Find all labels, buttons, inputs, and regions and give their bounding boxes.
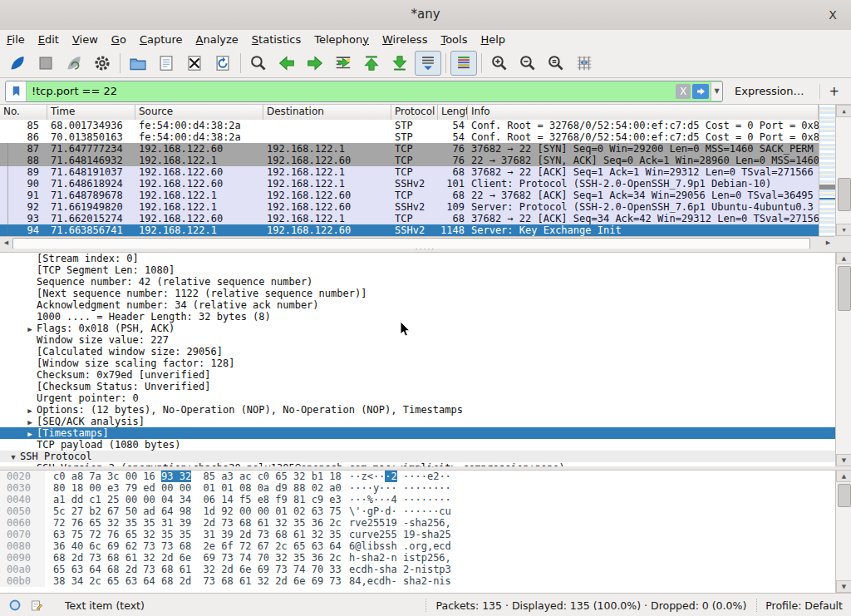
detail-row[interactable]: Checksum: 0x79ed [unverified] [0, 369, 835, 381]
filter-clear-icon[interactable]: X [676, 84, 691, 99]
scroll-up-icon[interactable]: ▲ [836, 470, 851, 482]
hex-row[interactable]: 009068 2d 73 68 61 32 2d 6e 69 73 74 70 … [0, 552, 851, 564]
column-header-dst[interactable]: Destination [263, 105, 391, 120]
last-packet-icon[interactable] [386, 51, 413, 76]
hex-row[interactable]: 006072 76 65 32 35 35 31 39 2d 73 68 61 … [0, 517, 851, 529]
hex-row[interactable]: 00a065 63 64 68 2d 73 68 61 32 2d 6e 69 … [0, 564, 851, 575]
column-header-no[interactable]: No. [0, 105, 47, 120]
save-file-icon[interactable] [153, 51, 180, 76]
zoom-out-icon[interactable] [514, 51, 541, 76]
scroll-down-icon[interactable]: ▼ [836, 454, 851, 466]
hex-row[interactable]: 008036 40 6c 69 62 73 73 68 2e 6f 72 67 … [0, 540, 851, 552]
menu-tools[interactable]: Tools [434, 32, 474, 47]
capture-comment-icon[interactable] [30, 599, 43, 612]
menu-help[interactable]: Help [474, 32, 512, 47]
detail-row[interactable]: 1000 .... = Header Length: 32 bytes (8) [0, 311, 835, 323]
go-to-packet-icon[interactable] [330, 51, 357, 76]
packet-row[interactable]: 9271.661949820192.168.122.1192.168.122.6… [0, 201, 819, 213]
start-capture-icon[interactable] [4, 51, 31, 76]
display-filter-input[interactable] [27, 82, 676, 101]
close-icon[interactable]: X [824, 7, 841, 23]
find-packet-icon[interactable] [245, 51, 272, 76]
packet-row[interactable]: 8871.648146932192.168.122.1192.168.122.6… [0, 155, 819, 166]
menu-capture[interactable]: Capture [133, 32, 189, 47]
menu-statistics[interactable]: Statistics [245, 32, 307, 47]
reload-file-icon[interactable] [209, 51, 236, 76]
tree-collapsed-icon[interactable]: ▶ [23, 405, 37, 416]
detail-row[interactable]: Urgent pointer: 0 [0, 392, 835, 404]
packet-row[interactable]: 9071.648618924192.168.122.60192.168.122.… [0, 178, 819, 190]
resize-columns-icon[interactable] [571, 51, 598, 76]
packet-list-scrollbar[interactable]: ▲ ▼ [835, 105, 851, 236]
detail-row[interactable]: TCP payload (1080 bytes) [0, 439, 835, 451]
packet-row[interactable]: 9171.648789678192.168.122.1192.168.122.6… [0, 190, 819, 201]
hex-row[interactable]: 003080 18 00 e3 79 ed 00 00 01 01 08 0a … [0, 482, 851, 494]
menu-view[interactable]: View [66, 32, 105, 47]
packet-row[interactable]: 8771.647777234192.168.122.60192.168.122.… [0, 143, 819, 155]
next-packet-icon[interactable] [302, 51, 328, 76]
detail-row[interactable]: [Stream index: 0] [0, 253, 835, 264]
stop-capture-icon[interactable] [32, 51, 59, 76]
detail-row[interactable]: ▶Options: (12 bytes), No-Operation (NOP)… [0, 404, 835, 416]
filter-add-button[interactable]: + [819, 84, 839, 99]
tree-collapsed-icon[interactable]: ▶ [23, 428, 37, 439]
hex-row[interactable]: 0040a1 dd c1 25 00 00 04 34 06 14 f5 e8 … [0, 494, 851, 505]
menu-wireless[interactable]: Wireless [376, 32, 434, 47]
column-header-len[interactable]: Length [438, 105, 468, 120]
tree-expanded-icon[interactable]: ▼ [7, 451, 20, 462]
scroll-down-icon[interactable]: ▼ [836, 580, 851, 593]
packet-row[interactable]: 8568.001734936fe:54:00:d4:38:2aSTP54Conf… [0, 120, 819, 131]
previous-packet-icon[interactable] [273, 51, 300, 76]
hex-row[interactable]: 007063 75 72 76 65 32 35 35 31 39 2d 73 … [0, 529, 851, 540]
capture-options-icon[interactable] [89, 51, 116, 76]
packet-row[interactable]: 9371.662015274192.168.122.60192.168.122.… [0, 213, 819, 224]
zoom-original-icon[interactable] [543, 51, 569, 76]
bytes-scrollbar[interactable]: ▲ ▼ [835, 470, 851, 593]
colorize-icon[interactable] [450, 51, 477, 76]
scroll-down-icon[interactable]: ▼ [836, 224, 851, 236]
auto-scroll-icon[interactable] [415, 51, 441, 76]
detail-row[interactable]: [Calculated window size: 29056] [0, 346, 835, 357]
packet-row[interactable]: 9471.663856741192.168.122.1192.168.122.6… [0, 224, 819, 236]
scroll-up-icon[interactable]: ▲ [836, 252, 851, 264]
first-packet-icon[interactable] [358, 51, 385, 76]
detail-row[interactable]: [TCP Segment Len: 1080] [0, 264, 835, 276]
detail-row[interactable]: Acknowledgment number: 34 (relative ack … [0, 299, 835, 311]
detail-row[interactable]: [Next sequence number: 1122 (relative se… [0, 288, 835, 299]
filter-history-dropdown[interactable]: ▼ [711, 82, 722, 101]
detail-row[interactable]: ▼SSH Protocol [0, 451, 835, 462]
expression-button[interactable]: Expression… [735, 85, 804, 97]
column-header-info[interactable]: Info [468, 105, 819, 120]
profile-status[interactable]: Profile: Default [756, 599, 851, 612]
zoom-in-icon[interactable] [486, 51, 513, 76]
menu-edit[interactable]: Edit [32, 32, 66, 47]
column-header-src[interactable]: Source [135, 105, 263, 120]
detail-row[interactable]: ▶[Timestamps] [0, 427, 835, 439]
menu-file[interactable]: File [0, 32, 32, 47]
detail-row[interactable]: [Checksum Status: Unverified] [0, 381, 835, 392]
menu-analyze[interactable]: Analyze [189, 32, 245, 47]
hscroll-thumb[interactable] [12, 238, 810, 249]
close-file-icon[interactable] [181, 51, 208, 76]
packet-list-minimap[interactable] [819, 105, 835, 236]
restart-capture-icon[interactable] [61, 51, 87, 76]
hex-row[interactable]: 0020c0 a8 7a 3c 00 16 93 32 85 a3 ac c0 … [0, 471, 851, 482]
hex-row[interactable]: 00505c 27 b2 67 50 ad 64 98 1d 92 00 00 … [0, 505, 851, 517]
filter-apply-icon[interactable] [692, 84, 709, 99]
scroll-up-icon[interactable]: ▲ [836, 105, 851, 117]
tree-collapsed-icon[interactable]: ▶ [23, 323, 37, 334]
expert-info-icon[interactable] [8, 599, 22, 612]
detail-row[interactable]: ▶Flags: 0x018 (PSH, ACK) [0, 323, 835, 334]
scroll-left-icon[interactable]: ◀ [0, 237, 12, 249]
detail-row[interactable]: Window size value: 227 [0, 334, 835, 346]
detail-row[interactable]: ▶[SEQ/ACK analysis] [0, 416, 835, 427]
menu-go[interactable]: Go [105, 32, 133, 47]
packet-row[interactable]: 8670.013850163fe:54:00:d4:38:2aSTP54Conf… [0, 131, 819, 143]
details-scrollbar[interactable]: ▲ ▼ [835, 252, 851, 466]
hex-row[interactable]: 00b038 34 2c 65 63 64 68 2d 73 68 61 32 … [0, 575, 851, 587]
detail-row[interactable]: [Window size scaling factor: 128] [0, 357, 835, 369]
packet-row[interactable]: 8971.648191037192.168.122.60192.168.122.… [0, 166, 819, 178]
menu-telephony[interactable]: Telephony [307, 32, 376, 47]
detail-row[interactable]: Sequence number: 42 (relative sequence n… [0, 276, 835, 288]
tree-collapsed-icon[interactable]: ▶ [23, 416, 37, 427]
